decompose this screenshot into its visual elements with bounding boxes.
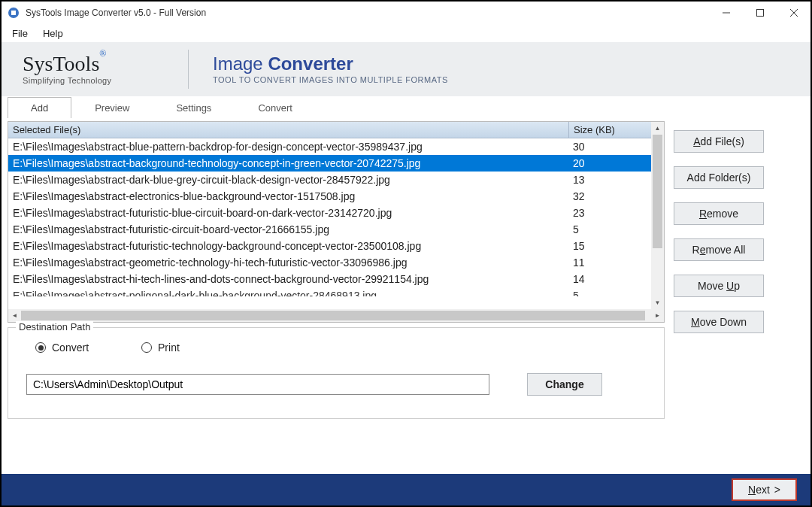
path-row: Change: [26, 373, 646, 396]
vscroll-track[interactable]: [651, 135, 664, 296]
file-table: Selected File(s) Size (KB) E:\Files\Imag…: [8, 121, 665, 323]
horizontal-scrollbar[interactable]: ◄ ►: [8, 309, 664, 322]
radio-icon: [35, 342, 46, 353]
registered-icon: ®: [99, 48, 106, 59]
table-row[interactable]: E:\Files\Images\abstract-poligonal-dark-…: [8, 287, 651, 296]
table-row[interactable]: E:\Files\Images\abstract-hi-tech-lines-a…: [8, 271, 651, 287]
file-size-cell: 15: [568, 239, 651, 253]
table-rows: E:\Files\Images\abstract-blue-pattern-ba…: [8, 138, 651, 309]
app-icon: [8, 7, 20, 19]
titlebar: SysTools Image Converter v5.0 - Full Ver…: [2, 2, 810, 24]
product-title-bold: Converter: [268, 53, 353, 74]
move-down-button[interactable]: Move Down: [674, 311, 764, 333]
file-path-cell: E:\Files\Images\abstract-dark-blue-grey-…: [8, 173, 568, 187]
file-path-cell: E:\Files\Images\abstract-blue-pattern-ba…: [8, 140, 568, 153]
file-size-cell: 14: [568, 272, 651, 286]
file-path-cell: E:\Files\Images\abstract-electronics-blu…: [8, 190, 568, 203]
window-controls: [709, 2, 810, 24]
radio-row: Convert Print: [35, 342, 646, 354]
tab-preview[interactable]: Preview: [71, 97, 153, 118]
radio-convert[interactable]: Convert: [35, 342, 89, 354]
destination-groupbox: Destination Path Convert Print Change: [8, 327, 665, 419]
scroll-down-icon[interactable]: ▼: [651, 296, 664, 309]
table-row[interactable]: E:\Files\Images\abstract-background-tech…: [8, 155, 651, 172]
product-title-light: Image: [213, 53, 268, 74]
file-path-cell: E:\Files\Images\abstract-poligonal-dark-…: [8, 289, 568, 296]
close-button[interactable]: [777, 2, 810, 24]
remove-all-button[interactable]: Remove All: [674, 238, 764, 261]
banner-divider: [188, 50, 189, 89]
chevron-right-icon: >: [774, 484, 780, 496]
header-selected-files[interactable]: Selected File(s): [8, 122, 568, 138]
header-size[interactable]: Size (KB): [568, 122, 651, 138]
remove-button[interactable]: Remove: [674, 202, 764, 225]
hscroll-thumb[interactable]: [21, 311, 645, 320]
vertical-scrollbar[interactable]: ▲ ▼: [651, 122, 664, 309]
add-files-button[interactable]: Add File(s): [674, 130, 764, 153]
file-size-cell: 32: [568, 190, 651, 203]
window-title: SysTools Image Converter v5.0 - Full Ver…: [26, 8, 709, 18]
left-column: Selected File(s) Size (KB) E:\Files\Imag…: [8, 121, 665, 468]
table-row[interactable]: E:\Files\Images\abstract-futuristic-circ…: [8, 221, 651, 238]
table-row[interactable]: E:\Files\Images\abstract-futuristic-tech…: [8, 238, 651, 254]
vscroll-thumb[interactable]: [653, 135, 662, 248]
app-window: SysTools Image Converter v5.0 - Full Ver…: [0, 0, 812, 507]
change-button[interactable]: Change: [527, 373, 602, 396]
menubar: File Help: [2, 24, 810, 42]
file-path-cell: E:\Files\Images\abstract-futuristic-circ…: [8, 223, 568, 236]
logo-text: SysTools: [23, 52, 99, 75]
file-path-cell: E:\Files\Images\abstract-background-tech…: [8, 156, 568, 170]
table-row[interactable]: E:\Files\Images\abstract-blue-pattern-ba…: [8, 138, 651, 155]
file-size-cell: 13: [568, 173, 651, 187]
banner: SysTools® Simplifying Technology Image C…: [2, 42, 810, 96]
table-row[interactable]: E:\Files\Images\abstract-futuristic-blue…: [8, 205, 651, 221]
file-size-cell: 23: [568, 206, 651, 220]
logo-block: SysTools® Simplifying Technology: [23, 53, 173, 85]
minimize-button[interactable]: [709, 2, 743, 24]
tab-bar: Add Preview Settings Convert: [2, 96, 810, 118]
product-title: Image Converter: [213, 54, 448, 74]
maximize-button[interactable]: [743, 2, 777, 24]
next-button[interactable]: Next >: [732, 478, 797, 501]
file-path-cell: E:\Files\Images\abstract-futuristic-tech…: [8, 239, 568, 253]
radio-convert-label: Convert: [52, 342, 89, 354]
destination-legend: Destination Path: [16, 321, 93, 332]
main-area: Selected File(s) Size (KB) E:\Files\Imag…: [2, 118, 810, 474]
hscroll-track[interactable]: [21, 309, 651, 322]
product-block: Image Converter TOOL TO CONVERT IMAGES I…: [213, 54, 448, 84]
logo-name: SysTools®: [23, 53, 173, 74]
add-folders-button[interactable]: Add Folder(s): [674, 166, 764, 189]
radio-print-label: Print: [158, 342, 180, 354]
logo-tagline: Simplifying Technology: [23, 76, 173, 85]
destination-path-input[interactable]: [26, 374, 489, 395]
right-column: Add File(s) Add Folder(s) Remove Remove …: [674, 121, 804, 468]
file-path-cell: E:\Files\Images\abstract-futuristic-blue…: [8, 206, 568, 220]
scroll-left-icon[interactable]: ◄: [8, 309, 21, 322]
scroll-up-icon[interactable]: ▲: [651, 122, 664, 135]
file-size-cell: 30: [568, 140, 651, 153]
table-row[interactable]: E:\Files\Images\abstract-electronics-blu…: [8, 188, 651, 205]
file-path-cell: E:\Files\Images\abstract-geometric-techn…: [8, 256, 568, 269]
table-row[interactable]: E:\Files\Images\abstract-dark-blue-grey-…: [8, 172, 651, 188]
file-size-cell: 5: [568, 223, 651, 236]
product-subtitle: TOOL TO CONVERT IMAGES INTO MULTIPLE FOR…: [213, 75, 448, 84]
bottom-bar: Next >: [2, 474, 810, 505]
scroll-right-icon[interactable]: ►: [651, 309, 664, 322]
radio-icon: [141, 342, 152, 353]
file-size-cell: 11: [568, 256, 651, 269]
file-path-cell: E:\Files\Images\abstract-hi-tech-lines-a…: [8, 272, 568, 286]
radio-print[interactable]: Print: [141, 342, 180, 354]
tab-settings[interactable]: Settings: [153, 97, 235, 118]
svg-rect-3: [756, 10, 763, 17]
table-row[interactable]: E:\Files\Images\abstract-geometric-techn…: [8, 254, 651, 271]
file-size-cell: 20: [568, 156, 651, 170]
tab-add[interactable]: Add: [8, 97, 71, 118]
tab-convert[interactable]: Convert: [235, 97, 316, 118]
svg-rect-1: [11, 11, 16, 15]
file-size-cell: 5: [568, 289, 651, 296]
table-header: Selected File(s) Size (KB): [8, 122, 651, 138]
menu-file[interactable]: File: [5, 26, 35, 41]
move-up-button[interactable]: Move Up: [674, 275, 764, 297]
menu-help[interactable]: Help: [35, 26, 71, 41]
